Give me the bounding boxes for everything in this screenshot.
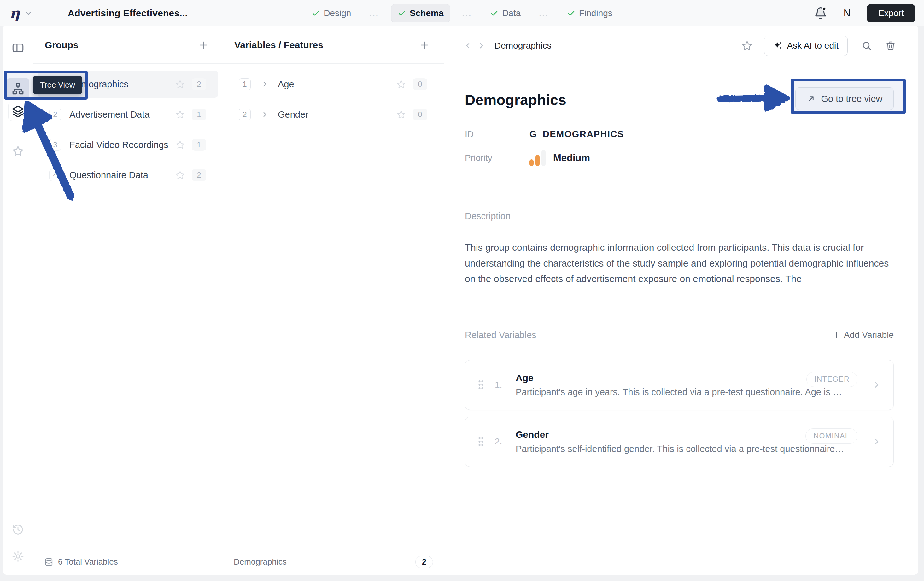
tab-findings[interactable]: Findings [561, 5, 619, 22]
delete-button[interactable] [886, 41, 896, 51]
group-label: Advertisement Data [69, 109, 150, 120]
page-title: Demographics [465, 91, 566, 109]
export-button[interactable]: Export [867, 4, 915, 22]
star-icon[interactable] [175, 170, 185, 180]
variables-footer: Demographics 2 [223, 549, 444, 575]
group-index-badge: 1 [49, 78, 61, 90]
description-text[interactable]: This group contains demographic informat… [465, 240, 890, 287]
go-to-tree-view-button[interactable]: Go to tree view [795, 87, 894, 110]
group-row-demographics[interactable]: 1 Demographics 2 [38, 71, 218, 98]
related-variable-cards: 1. Age Participant's age in years. This … [465, 360, 894, 467]
icon-rail [3, 26, 33, 575]
variable-label: Age [278, 79, 294, 89]
variable-type-badge: INTEGER [806, 371, 858, 387]
add-variable-plus-button[interactable] [419, 40, 430, 51]
variable-index-badge: 2 [239, 109, 251, 120]
tab-schema[interactable]: Schema [391, 4, 450, 22]
layers-view-button[interactable] [8, 102, 28, 121]
check-icon [490, 9, 498, 17]
variable-type-badge: NOMINAL [805, 428, 858, 444]
layers-icon [12, 105, 24, 118]
history-button[interactable] [12, 523, 24, 536]
variable-row-gender[interactable]: 2 Gender 0 [228, 101, 439, 128]
groups-footer: 6 Total Variables [33, 549, 223, 575]
star-icon[interactable] [175, 79, 185, 89]
tab-label: Findings [579, 8, 612, 18]
nav-forward-button[interactable] [477, 41, 486, 50]
priority-label: Priority [465, 153, 530, 163]
groups-panel: Groups 1 Demographics 2 2 Advertisement … [33, 26, 223, 575]
check-icon [312, 9, 320, 17]
search-button[interactable] [861, 41, 872, 51]
field-row-priority: Priority Medium [465, 150, 894, 167]
groups-list: 1 Demographics 2 2 Advertisement Data 1 … [33, 64, 223, 549]
ask-ai-label: Ask AI to edit [787, 41, 838, 51]
chevron-right-icon[interactable] [261, 111, 269, 119]
tab-data[interactable]: Data [484, 5, 527, 22]
group-count-badge: 2 [192, 78, 206, 90]
chevron-right-icon[interactable] [872, 437, 881, 446]
add-group-button[interactable] [198, 40, 209, 51]
variable-row-age[interactable]: 1 Age 0 [228, 71, 439, 98]
groups-title: Groups [45, 40, 79, 51]
trash-icon [886, 41, 896, 51]
drag-handle-icon[interactable] [478, 380, 484, 390]
add-variable-button[interactable]: Add Variable [832, 330, 894, 340]
settings-gear-icon[interactable] [12, 550, 24, 563]
check-icon [567, 9, 575, 17]
group-label: Questionnaire Data [69, 170, 148, 180]
variables-title: Variables / Features [234, 40, 323, 51]
star-icon[interactable] [175, 110, 185, 119]
chevron-right-icon[interactable] [261, 80, 269, 88]
search-icon [861, 41, 872, 51]
variable-card-age[interactable]: 1. Age Participant's age in years. This … [465, 360, 894, 410]
detail-content: Demographics Go to tree view ID G_DEMOGR… [444, 65, 918, 575]
field-list: ID G_DEMOGRAPHICS Priority Medium [465, 129, 894, 167]
divider [46, 7, 46, 20]
chevron-down-icon[interactable] [24, 9, 33, 17]
group-row-questionnaire-data[interactable]: 4 Questionnaire Data 2 [38, 162, 218, 189]
tab-separator: ... [369, 8, 379, 18]
group-count-badge: 1 [192, 139, 206, 151]
history-icon [12, 523, 24, 536]
arrow-up-right-icon [806, 94, 816, 104]
notifications-bell-icon[interactable] [814, 7, 827, 20]
group-index-badge: 2 [49, 109, 61, 120]
topbar-actions: N Export [814, 4, 915, 22]
nav-back-button[interactable] [464, 41, 472, 50]
tree-view-button[interactable] [7, 78, 29, 100]
database-icon [44, 557, 54, 567]
group-row-facial-video-recordings[interactable]: 3 Facial Video Recordings 1 [38, 131, 218, 158]
star-icon[interactable] [175, 140, 185, 150]
star-icon[interactable] [396, 79, 406, 89]
total-variables-label: 6 Total Variables [58, 557, 118, 567]
variables-header: Variables / Features [223, 26, 444, 64]
drag-handle-icon[interactable] [478, 437, 484, 447]
variable-index-badge: 1 [239, 78, 251, 90]
variable-count-badge: 0 [413, 109, 427, 120]
topbar: η Advertising Effectivenes... Design ...… [0, 0, 924, 26]
app-logo[interactable]: η [10, 6, 20, 20]
card-body: Age Participant's age in years. This is … [516, 373, 846, 398]
favorites-button[interactable] [11, 144, 25, 158]
variable-count-badge: 0 [413, 78, 427, 90]
description-label: Description [465, 211, 894, 221]
related-variables-header: Related Variables Add Variable [465, 330, 894, 340]
variable-card-gender[interactable]: 2. Gender Participant's self-identified … [465, 417, 894, 467]
add-variable-label: Add Variable [844, 330, 894, 340]
tab-label: Schema [410, 8, 444, 18]
avatar[interactable]: N [843, 8, 851, 19]
star-icon[interactable] [396, 110, 406, 119]
favorite-star-button[interactable] [741, 40, 753, 51]
priority-value-wrap[interactable]: Medium [530, 150, 590, 167]
ask-ai-button[interactable]: Ask AI to edit [764, 36, 848, 56]
plus-icon [198, 40, 209, 51]
sidebar-toggle-button[interactable] [10, 40, 26, 56]
card-title: Age [516, 373, 846, 383]
chevron-right-icon[interactable] [872, 380, 881, 390]
workflow-tabs: Design ... Schema ... Data ... Findings [305, 0, 619, 26]
panel-toggle-icon [12, 41, 25, 54]
groups-header: Groups [33, 26, 223, 64]
group-row-advertisement-data[interactable]: 2 Advertisement Data 1 [38, 101, 218, 128]
tab-design[interactable]: Design [305, 5, 357, 22]
